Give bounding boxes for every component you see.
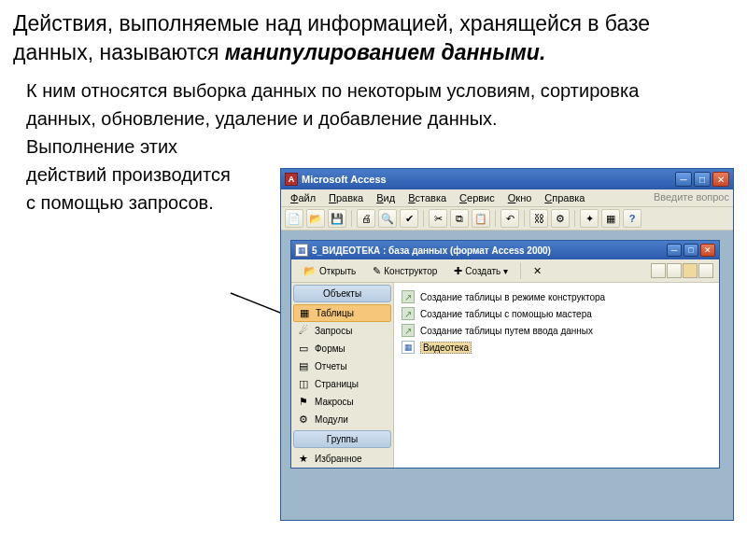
- toolbar-print-icon[interactable]: 🖨: [357, 209, 375, 228]
- menu-window[interactable]: Окно: [502, 191, 538, 204]
- view-large-icons-button[interactable]: [651, 263, 666, 278]
- nav-item-icon: ◫: [297, 378, 310, 390]
- db-maximize-button[interactable]: □: [684, 244, 698, 257]
- objects-navigator: Объекты ▦Таблицы☄Запросы▭Формы▤Отчеты◫Ст…: [291, 283, 394, 468]
- nav-item-icon: ☄: [297, 325, 310, 337]
- toolbar-separator-icon: [574, 210, 575, 227]
- dropdown-icon: ▾: [503, 266, 508, 276]
- nav-item-формы[interactable]: ▭Формы: [291, 340, 393, 357]
- body-line-2c: с помощью запросов.: [26, 189, 288, 217]
- design-icon: ✎: [373, 265, 381, 277]
- menu-file[interactable]: Файл: [285, 191, 321, 204]
- toolbar-separator-icon: [351, 210, 352, 227]
- nav-item-label: Модули: [315, 414, 348, 425]
- create-action-row[interactable]: ↗Создание таблицы путем ввода данных: [398, 322, 715, 339]
- toolbar-separator-icon: [520, 262, 521, 279]
- toolbar-save-icon[interactable]: 💾: [328, 209, 346, 228]
- nav-item-icon: ▭: [297, 343, 310, 355]
- minimize-button[interactable]: ─: [675, 172, 692, 187]
- objects-content-pane: ↗Создание таблицы в режиме конструктора↗…: [394, 283, 719, 468]
- menu-edit[interactable]: Правка: [323, 191, 369, 204]
- nav-item-icon: ⚙: [297, 413, 310, 426]
- table-object-row[interactable]: ▦Видеотека: [398, 339, 715, 356]
- view-list-button[interactable]: [683, 263, 698, 278]
- database-window: ▦ 5_ВИДЕОТЕКА : база данных (формат Acce…: [290, 240, 720, 469]
- nav-item-icon: ▤: [297, 360, 310, 372]
- nav-item-макросы[interactable]: ⚑Макросы: [291, 393, 393, 411]
- slide-heading: Действия, выполняемые над информацией, х…: [0, 0, 747, 67]
- nav-item-таблицы[interactable]: ▦Таблицы: [293, 304, 391, 322]
- app-title-text: Microsoft Access: [302, 174, 675, 185]
- app-toolbar: 📄 📂 💾 🖨 🔍 ✔ ✂ ⧉ 📋 ↶ ⛓ ⚙ ✦ ▦ ?: [281, 207, 733, 231]
- db-delete-button[interactable]: ✕: [527, 263, 548, 279]
- menu-tools[interactable]: Сервис: [454, 191, 500, 204]
- app-titlebar[interactable]: A Microsoft Access ─ □ ✕: [281, 169, 733, 189]
- db-minimize-button[interactable]: ─: [667, 244, 682, 257]
- view-details-button[interactable]: [698, 263, 713, 278]
- db-design-button[interactable]: ✎Конструктор: [366, 263, 444, 279]
- nav-item-label: Таблицы: [316, 308, 354, 318]
- db-create-button[interactable]: ✚Создать▾: [447, 263, 514, 279]
- toolbar-paste-icon[interactable]: 📋: [472, 209, 490, 228]
- app-menubar: Файл Правка Вид Вставка Сервис Окно Спра…: [281, 189, 733, 207]
- toolbar-analyze-icon[interactable]: ⚙: [551, 209, 570, 228]
- wizard-icon: ↗: [402, 290, 415, 303]
- toolbar-open-icon[interactable]: 📂: [306, 209, 325, 228]
- toolbar-undo-icon[interactable]: ↶: [500, 209, 519, 228]
- database-titlebar[interactable]: ▦ 5_ВИДЕОТЕКА : база данных (формат Acce…: [291, 241, 719, 259]
- open-icon: 📂: [303, 265, 317, 277]
- access-app-icon: A: [285, 173, 298, 186]
- toolbar-spell-icon[interactable]: ✔: [400, 209, 418, 228]
- view-mode-group: [651, 263, 713, 278]
- create-action-row[interactable]: ↗Создание таблицы с помощью мастера: [398, 305, 715, 322]
- create-action-row[interactable]: ↗Создание таблицы в режиме конструктора: [398, 288, 715, 305]
- toolbar-help-icon[interactable]: ?: [623, 209, 641, 228]
- db-close-button[interactable]: ✕: [700, 244, 715, 257]
- nav-item-отчеты[interactable]: ▤Отчеты: [291, 357, 393, 375]
- toolbar-relations-icon[interactable]: ⛓: [529, 209, 548, 228]
- create-icon: ✚: [454, 265, 462, 277]
- nav-item-label: Формы: [315, 343, 345, 354]
- toolbar-code-icon[interactable]: ✦: [580, 209, 599, 228]
- menu-insert[interactable]: Вставка: [402, 191, 452, 204]
- nav-objects-header[interactable]: Объекты: [293, 285, 391, 302]
- nav-item-страницы[interactable]: ◫Страницы: [291, 375, 393, 393]
- toolbar-db-icon[interactable]: ▦: [601, 209, 620, 228]
- db-open-button[interactable]: 📂Открыть: [297, 263, 362, 279]
- content-row-label: Создание таблицы путем ввода данных: [420, 326, 593, 336]
- nav-item-модули[interactable]: ⚙Модули: [291, 411, 393, 428]
- nav-item-label: Макросы: [315, 397, 354, 407]
- help-search-hint[interactable]: Введите вопрос: [654, 191, 729, 204]
- delete-icon: ✕: [533, 265, 542, 277]
- nav-groups-header[interactable]: Группы: [293, 430, 391, 448]
- view-small-icons-button[interactable]: [667, 263, 682, 278]
- wizard-icon: ↗: [402, 307, 415, 320]
- body-line-2a: Выполнение этих: [26, 133, 288, 161]
- toolbar-preview-icon[interactable]: 🔍: [378, 209, 397, 228]
- toolbar-new-icon[interactable]: 📄: [285, 209, 303, 228]
- toolbar-cut-icon[interactable]: ✂: [429, 209, 447, 228]
- nav-item-запросы[interactable]: ☄Запросы: [291, 322, 393, 340]
- nav-item-label: Избранное: [315, 454, 362, 464]
- nav-item-label: Отчеты: [315, 361, 347, 371]
- nav-item-label: Запросы: [315, 326, 352, 336]
- content-row-label: Создание таблицы в режиме конструктора: [420, 292, 605, 302]
- content-row-label: Видеотека: [420, 342, 472, 354]
- nav-item-favorites[interactable]: ★ Избранное: [291, 450, 393, 468]
- menu-view[interactable]: Вид: [371, 191, 401, 204]
- table-icon: ▦: [402, 341, 415, 354]
- body-paragraph-1: К ним относятся выборка данных по некото…: [26, 77, 710, 133]
- heading-emphasis-text: манипулированием данными.: [225, 40, 545, 64]
- body-line-2b: действий производится: [26, 161, 288, 189]
- toolbar-copy-icon[interactable]: ⧉: [450, 209, 469, 228]
- close-button[interactable]: ✕: [712, 172, 729, 187]
- database-title-text: 5_ВИДЕОТЕКА : база данных (формат Access…: [312, 245, 667, 256]
- toolbar-separator-icon: [495, 210, 496, 227]
- app-workspace: ▦ 5_ВИДЕОТЕКА : база данных (формат Acce…: [281, 231, 733, 520]
- database-body: Объекты ▦Таблицы☄Запросы▭Формы▤Отчеты◫Ст…: [291, 283, 719, 468]
- maximize-button[interactable]: □: [694, 172, 711, 187]
- wizard-icon: ↗: [402, 324, 415, 337]
- nav-item-label: Страницы: [315, 379, 359, 389]
- menu-help[interactable]: Справка: [539, 191, 590, 204]
- toolbar-separator-icon: [524, 210, 525, 227]
